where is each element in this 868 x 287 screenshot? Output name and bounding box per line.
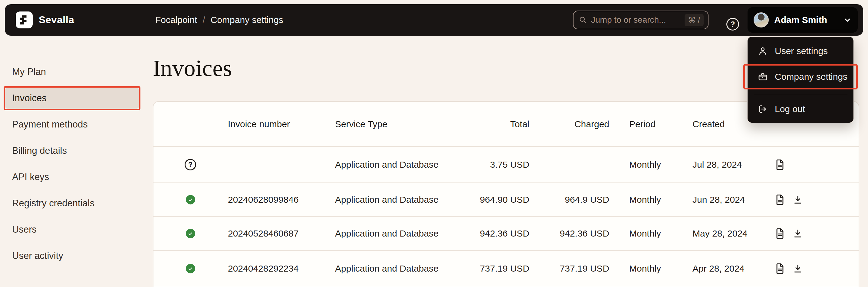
table-row: 20240528460687 Application and Database … — [153, 217, 859, 251]
menu-item-label: User settings — [775, 46, 828, 56]
user-dropdown-menu: User settings Company settings Log out — [747, 36, 854, 123]
briefcase-icon — [758, 72, 768, 81]
sidebar-item-payment-methods[interactable]: Payment methods — [5, 114, 139, 135]
cell-period: Monthly — [629, 263, 661, 274]
download-invoice-icon[interactable] — [793, 195, 803, 205]
cell-service-type: Application and Database — [335, 228, 438, 239]
search-icon — [579, 16, 587, 24]
table-row: 20240428292234 Application and Database … — [153, 251, 859, 286]
sidebar-item-user-activity[interactable]: User activity — [5, 245, 139, 266]
user-icon — [758, 46, 768, 56]
invoice-pdf-icon[interactable] — [775, 263, 785, 274]
search-placeholder: Jump to or search... — [591, 15, 666, 25]
menu-item-label: Log out — [775, 104, 805, 114]
col-header-charged: Charged — [542, 119, 609, 129]
sidebar-item-registry-credentials[interactable]: Registry credentials — [5, 193, 139, 214]
sidebar-item-invoices[interactable]: Invoices — [5, 87, 139, 109]
table-row: 20240628099846 Application and Database … — [153, 183, 859, 217]
col-header-total: Total — [463, 119, 529, 129]
paid-status-icon — [184, 229, 197, 238]
paid-status-icon — [184, 195, 197, 205]
invoice-pdf-icon[interactable] — [775, 194, 785, 206]
table-row: ? Application and Database 3.75 USD Mont… — [153, 147, 859, 183]
cell-created: Jul 28, 2024 — [692, 159, 742, 170]
cell-total: 942.36 USD — [463, 228, 529, 239]
cell-service-type: Application and Database — [335, 263, 438, 274]
avatar — [753, 12, 769, 28]
breadcrumb-separator: / — [203, 15, 205, 25]
sidebar-item-billing-details[interactable]: Billing details — [5, 140, 139, 161]
paid-status-icon — [184, 264, 197, 274]
user-menu-button[interactable]: Adam Smith — [748, 7, 858, 33]
cell-service-type: Application and Database — [335, 194, 438, 205]
cell-charged: 737.19 USD — [542, 263, 609, 274]
col-header-invoice-number: Invoice number — [228, 119, 290, 129]
topbar: Sevalla Focalpoint / Company settings Ju… — [5, 4, 863, 36]
invoice-pdf-icon[interactable] — [775, 228, 785, 239]
cell-total: 737.19 USD — [463, 263, 529, 274]
cell-created: Apr 28, 2024 — [692, 263, 745, 274]
menu-item-label: Company settings — [775, 72, 847, 82]
col-header-created: Created — [692, 119, 725, 129]
breadcrumb-page: Company settings — [211, 15, 283, 25]
chevron-down-icon — [843, 16, 851, 24]
settings-sidebar: My Plan Invoices Payment methods Billing… — [5, 61, 139, 272]
cell-period: Monthly — [629, 228, 661, 239]
sevalla-logo-glyph — [20, 15, 29, 25]
cell-period: Monthly — [629, 194, 661, 205]
search-shortcut-badge: ⌘ / — [685, 14, 704, 26]
sevalla-logo-icon[interactable] — [16, 11, 33, 28]
cell-total: 3.75 USD — [463, 159, 529, 170]
download-invoice-icon[interactable] — [793, 229, 803, 238]
menu-item-user-settings[interactable]: User settings — [748, 40, 854, 62]
breadcrumb: Focalpoint / Company settings — [155, 4, 283, 36]
cell-period: Monthly — [629, 159, 661, 170]
brand-name: Sevalla — [39, 4, 74, 36]
download-invoice-icon[interactable] — [793, 264, 803, 274]
sidebar-item-my-plan[interactable]: My Plan — [5, 61, 139, 82]
cell-charged: 964.9 USD — [542, 194, 609, 205]
user-name: Adam Smith — [774, 15, 827, 25]
cell-invoice-number: 20240528460687 — [228, 228, 299, 239]
cell-created: Jun 28, 2024 — [692, 194, 745, 205]
help-icon[interactable]: ? — [726, 18, 739, 31]
invoices-card: Invoice number Service Type Total Charge… — [153, 101, 859, 287]
col-header-service-type: Service Type — [335, 119, 388, 129]
cell-charged: 942.36 USD — [542, 228, 609, 239]
search-input[interactable]: Jump to or search... ⌘ / — [573, 10, 709, 29]
cell-invoice-number: 20240628099846 — [228, 194, 299, 205]
cell-service-type: Application and Database — [335, 159, 438, 170]
menu-item-log-out[interactable]: Log out — [748, 99, 854, 120]
cell-invoice-number: 20240428292234 — [228, 263, 299, 274]
logout-icon — [758, 104, 768, 114]
col-header-period: Period — [629, 119, 655, 129]
cell-total: 964.90 USD — [463, 194, 529, 205]
pending-status-icon[interactable]: ? — [184, 159, 197, 170]
sidebar-item-users[interactable]: Users — [5, 219, 139, 240]
sidebar-item-api-keys[interactable]: API keys — [5, 167, 139, 188]
menu-item-company-settings[interactable]: Company settings — [748, 65, 854, 88]
invoice-pdf-icon[interactable] — [775, 159, 785, 170]
cell-created: May 28, 2024 — [692, 228, 748, 239]
menu-divider — [753, 94, 847, 94]
breadcrumb-project[interactable]: Focalpoint — [155, 15, 197, 25]
page-title: Invoices — [153, 55, 232, 81]
